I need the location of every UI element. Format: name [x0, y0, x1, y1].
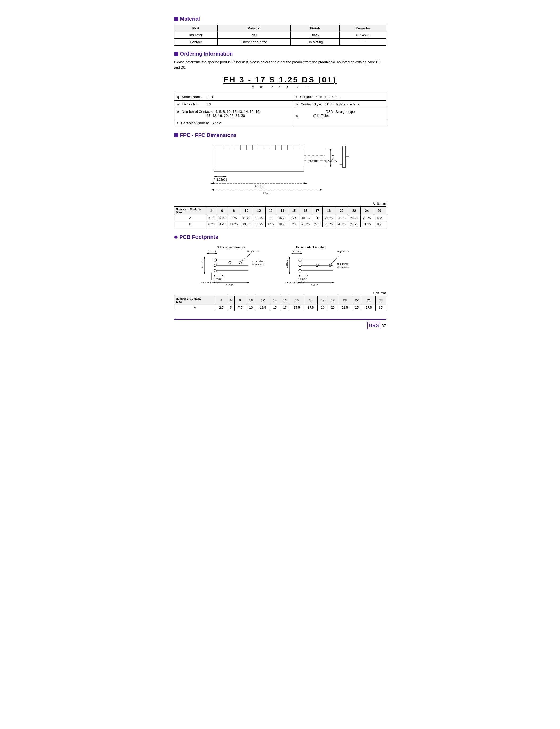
odd-pad-2 — [214, 264, 217, 267]
fpc-header-size: Number of ContactsSize — [174, 207, 206, 215]
label-q: q — [247, 85, 258, 89]
material-row: ContactPhosphor bronzeTin plating—— — [174, 39, 386, 46]
fpc-col-8: 8 — [227, 207, 240, 215]
fpc-diagram-svg: 4.5 min. P=1.25±0.1 A±0.15 B⁰₋₀.₂ 0.8±0.… — [198, 142, 362, 198]
pcb-col-4: 4 — [216, 296, 227, 305]
material-cell-material: Phosphor bronze — [217, 39, 290, 46]
even-contact-diagram: Even contact number 2.5±0.1 2.5±0.1 — [285, 244, 360, 287]
odd-25-top: 2.5±0.1 — [208, 250, 216, 253]
material-cell-material: PBT — [217, 32, 290, 39]
section-square-icon-3 — [174, 133, 178, 137]
odd-pad-1 — [214, 259, 217, 261]
pcb-cell-A-12: 25 — [352, 305, 362, 311]
fpc-dimension-row: B6.258.7511.2513.7516.2517.518.752021.25… — [174, 221, 386, 227]
svg-marker-54 — [247, 282, 249, 283]
even-contact-svg: Even contact number 2.5±0.1 2.5±0.1 — [285, 244, 360, 287]
odd-n-label2: of contacts — [252, 263, 264, 266]
pcb-row-label: A — [174, 305, 216, 311]
odd-pad-3 — [214, 269, 217, 272]
svg-marker-71 — [332, 282, 334, 283]
odd-n-label: N: number — [252, 260, 263, 263]
even-n-label: N: number — [337, 263, 348, 265]
fpc-cell-A-6: 16.25 — [276, 215, 289, 221]
even-pad-3 — [299, 269, 301, 272]
part-number-display: FH 3 - 17 S 1.25 DS (01) q w e r t y u — [174, 75, 386, 89]
even-25-left: 2.5±0.1 — [285, 260, 288, 268]
pcb-cell-A-5: 15 — [270, 305, 280, 311]
section-square-icon — [174, 17, 178, 21]
even-hole-label: N-φ0.9±0.1 — [337, 250, 349, 253]
fpc-row-label: A — [174, 215, 206, 221]
label-e: e — [268, 85, 277, 89]
pcb-cell-A-9: 20 — [318, 305, 328, 311]
fpc-title: FPC · FFC Dimensions — [180, 132, 237, 138]
fpc-unit-label: Unit: mm — [174, 202, 386, 205]
col-header-material: Material — [217, 25, 290, 32]
fpc-cell-B-10: 23.75 — [322, 221, 335, 227]
material-cell-remarks: UL94V-0 — [339, 32, 386, 39]
pcb-cell-A-10: 20 — [328, 305, 338, 311]
fpc-col-17: 17 — [312, 207, 322, 215]
ordering-table: q Series Name : FH t Contacts Pitch : 1.… — [174, 93, 386, 127]
fpc-col-6: 6 — [217, 207, 227, 215]
fpc-col-16: 16 — [299, 207, 312, 215]
svg-rect-0 — [214, 150, 304, 166]
section-diamond-icon — [174, 235, 178, 239]
ordering-title: Ordering Information — [180, 51, 233, 57]
fpc-cell-B-3: 13.75 — [240, 221, 253, 227]
footer-logo-area: HRS D7 — [367, 322, 386, 329]
label-t: t — [282, 85, 293, 89]
pcb-col-10: 10 — [246, 296, 256, 305]
fpc-cell-B-4: 16.25 — [253, 221, 265, 227]
svg-marker-68 — [307, 275, 309, 277]
svg-marker-61 — [289, 272, 290, 274]
fpc-col-18: 18 — [322, 207, 335, 215]
material-cell-remarks: —— — [339, 39, 386, 46]
pcb-cell-A-3: 10 — [246, 305, 256, 311]
pcb-col-22: 22 — [352, 296, 362, 305]
fpc-cell-B-13: 31.25 — [360, 221, 373, 227]
pcb-col-18: 18 — [328, 296, 338, 305]
fpc-cell-B-9: 22.5 — [312, 221, 322, 227]
svg-rect-18 — [214, 166, 304, 171]
pcb-col-30: 30 — [376, 296, 386, 305]
odd-125-label: 1.25±0.1 — [213, 278, 223, 280]
svg-marker-44 — [204, 272, 205, 274]
even-25-top: 2.5±0.1 — [293, 250, 301, 253]
pcb-cell-A-1: 5 — [227, 305, 234, 311]
fpc-cell-A-14: 36.25 — [373, 215, 386, 221]
svg-marker-43 — [204, 257, 205, 259]
ordering-row-2-left: w Series No. : 3 — [174, 101, 293, 108]
odd-contact-svg: Odd contact number 2.5±0.1 2.5±0.1 — [201, 244, 275, 287]
fpc-section-header: FPC · FFC Dimensions — [174, 132, 386, 138]
pcb-col-12: 12 — [256, 296, 270, 305]
odd-a-label: A±0.15 — [226, 284, 233, 287]
svg-marker-41 — [215, 253, 217, 254]
b-dim-label: B⁰₋₀.₂ — [263, 192, 270, 195]
fpc-row-label: B — [174, 221, 206, 227]
fpc-col-10: 10 — [240, 207, 253, 215]
a-dim-label: A±0.15 — [255, 185, 263, 188]
pcb-dimensions-table: Number of ContactsSize 4 6 8 10 12 13 14… — [174, 296, 386, 311]
svg-marker-50 — [213, 275, 215, 277]
fpc-cell-A-9: 20 — [312, 215, 322, 221]
fpc-col-14: 14 — [276, 207, 289, 215]
ordering-row-2-right: y Contact Style : DS : Right angle type — [293, 101, 386, 108]
pcb-col-13: 13 — [270, 296, 280, 305]
material-row: InsulatorPBTBlackUL94V-0 — [174, 32, 386, 39]
material-cell-part: Contact — [174, 39, 217, 46]
fpc-height-label: 4.5 min. — [331, 155, 334, 164]
label-u: u — [302, 85, 313, 89]
odd-hole-label: N-φ0.9±0.1 — [247, 250, 259, 253]
svg-marker-58 — [300, 253, 302, 254]
page-footer: HRS D7 — [174, 319, 386, 329]
fpc-col-30: 30 — [373, 207, 386, 215]
ordering-section-header: Ordering Information — [174, 51, 386, 57]
even-n-label2: of contacts — [337, 266, 349, 269]
pcb-col-6: 6 — [227, 296, 234, 305]
pcb-cell-A-8: 17.5 — [304, 305, 318, 311]
ordering-row-4-left: r Contact alignment : Single — [174, 119, 293, 127]
svg-marker-60 — [289, 257, 290, 259]
material-title: Material — [180, 16, 200, 22]
even-pad-2 — [299, 264, 301, 267]
